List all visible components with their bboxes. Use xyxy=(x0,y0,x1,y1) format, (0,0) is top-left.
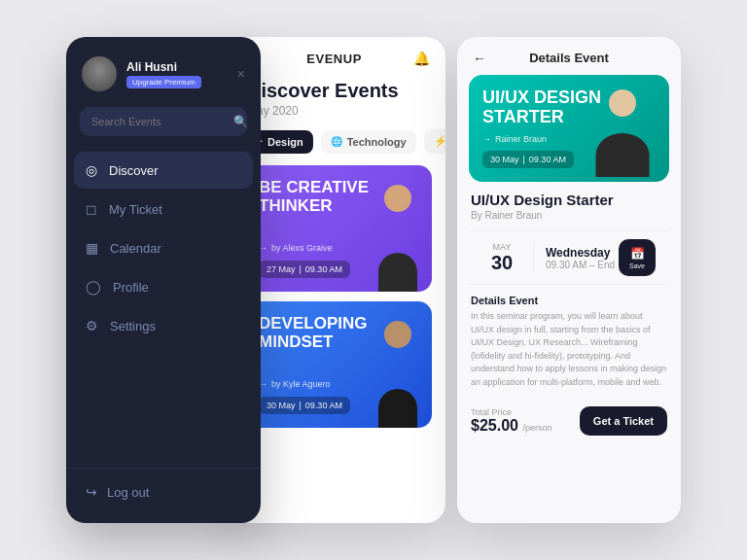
details-section: Details Event In this seminar program, y… xyxy=(457,285,681,395)
sidebar-item-settings[interactable]: ⚙ Settings xyxy=(74,307,253,344)
app-logo: EVENUP xyxy=(306,52,361,66)
event-card-date-2: 30 May | 09.30 AM xyxy=(259,397,350,414)
price-block: Total Price $25.00 /person xyxy=(471,407,551,435)
event-card-date-1: 27 May | 09.30 AM xyxy=(259,261,350,278)
hero-person-head xyxy=(609,89,636,117)
sidebar-item-discover[interactable]: ◎ Discover xyxy=(74,152,253,189)
person-head-1 xyxy=(384,185,411,212)
notification-icon[interactable]: 🔔 xyxy=(413,51,430,66)
price-value: $25.00 xyxy=(471,417,518,434)
discover-panel: ≡ EVENUP 🔔 Discover Events May 2020 ✦ De… xyxy=(231,37,445,523)
price-value-row: $25.00 /person xyxy=(471,417,551,435)
close-button[interactable]: × xyxy=(237,66,245,82)
logout-button[interactable]: ↪ Log out xyxy=(66,468,261,523)
sidebar-item-calendar-label: Calendar xyxy=(110,241,161,256)
sidebar-item-discover-label: Discover xyxy=(109,163,159,178)
search-bar[interactable]: 🔍 xyxy=(80,107,247,136)
details-event-title: UI/UX Design Starter xyxy=(457,192,681,208)
logout-icon: ↪ xyxy=(86,484,97,500)
hero-date: 30 May | 09.30 AM xyxy=(482,151,574,168)
search-input[interactable] xyxy=(91,116,226,127)
event-cards: BE CREATIVE THINKER → by Alexs Graive 27… xyxy=(231,165,445,428)
ticket-icon: ◻ xyxy=(86,201,97,217)
price-per: /person xyxy=(522,423,551,433)
sidebar-item-profile[interactable]: ◯ Profile xyxy=(74,268,253,305)
discover-title: Discover Events xyxy=(247,80,430,101)
user-info: Ali Husni Upgrade Premium xyxy=(126,60,201,88)
sidebar-item-my-ticket-label: My Ticket xyxy=(109,202,162,217)
details-section-text: In this seminar program, you will learn … xyxy=(471,310,667,389)
details-event-by: By Rainer Braun xyxy=(457,208,681,230)
hero-person-body xyxy=(596,133,650,177)
back-button[interactable]: ← xyxy=(473,51,486,66)
save-label: Save xyxy=(629,262,645,269)
event-card-mindset[interactable]: DEVELOPING MINDSET → by Kyle Aguero 30 M… xyxy=(245,301,432,428)
technology-icon: 🌐 xyxy=(331,136,342,147)
discover-header: ≡ EVENUP 🔔 xyxy=(231,37,445,76)
sidebar-item-settings-label: Settings xyxy=(110,319,156,333)
event-person-2 xyxy=(364,301,432,428)
filter-tab-more[interactable]: ⚡ xyxy=(424,129,445,154)
filter-tabs: ✦ Design 🌐 Technology ⚡ xyxy=(231,129,445,165)
search-icon: 🔍 xyxy=(233,115,248,128)
sidebar-panel: Ali Husni Upgrade Premium × 🔍 ◎ Discover… xyxy=(66,37,261,523)
nav-items: ◎ Discover ◻ My Ticket ▦ Calendar ◯ Prof… xyxy=(66,152,261,468)
filter-tab-design-label: Design xyxy=(267,136,303,148)
profile-icon: ◯ xyxy=(86,279,101,295)
day-block: Wednesday 09.30 AM – End xyxy=(546,246,619,270)
user-name: Ali Husni xyxy=(126,60,201,74)
event-person-1 xyxy=(364,165,432,292)
settings-icon: ⚙ xyxy=(86,318,98,333)
details-date-row: May 30 Wednesday 09.30 AM – End 📅 Save xyxy=(469,230,669,285)
date-block: May 30 xyxy=(482,242,521,274)
details-header: ← Details Event xyxy=(457,37,681,75)
price-label: Total Price xyxy=(471,407,551,417)
date-month: May xyxy=(493,242,512,252)
save-icon: 📅 xyxy=(630,247,645,261)
discover-title-area: Discover Events May 2020 xyxy=(231,76,445,129)
hero-arrow-icon: → xyxy=(482,134,491,144)
save-button[interactable]: 📅 Save xyxy=(619,239,656,276)
logout-label: Log out xyxy=(107,485,149,500)
sidebar-item-my-ticket[interactable]: ◻ My Ticket xyxy=(74,191,253,228)
event-card-creative[interactable]: BE CREATIVE THINKER → by Alexs Graive 27… xyxy=(245,165,432,292)
calendar-icon: ▦ xyxy=(86,240,98,256)
details-section-title: Details Event xyxy=(471,295,667,306)
filter-tab-technology[interactable]: 🌐 Technology xyxy=(321,130,416,154)
more-icon: ⚡ xyxy=(434,135,445,148)
filter-tab-technology-label: Technology xyxy=(347,136,407,148)
sidebar-item-profile-label: Profile xyxy=(113,280,149,295)
get-ticket-button[interactable]: Get a Ticket xyxy=(580,406,667,436)
discover-subtitle: May 2020 xyxy=(247,104,430,118)
sidebar-user: Ali Husni Upgrade Premium xyxy=(82,56,201,91)
sidebar-item-calendar[interactable]: ▦ Calendar xyxy=(74,229,253,266)
details-header-title: Details Event xyxy=(529,51,609,65)
upgrade-badge[interactable]: Upgrade Premium xyxy=(126,76,201,88)
discover-icon: ◎ xyxy=(86,162,97,178)
sidebar-header: Ali Husni Upgrade Premium × xyxy=(66,37,261,107)
hero-person xyxy=(584,75,661,182)
event-hero: UI/UX DESIGN STARTER → Rainer Braun 30 M… xyxy=(469,75,669,182)
details-price-row: Total Price $25.00 /person Get a Ticket xyxy=(457,399,681,443)
day-name: Wednesday xyxy=(546,246,619,260)
person-head-2 xyxy=(384,321,411,348)
avatar xyxy=(82,56,117,91)
person-body-1 xyxy=(378,253,417,292)
date-separator xyxy=(533,243,534,272)
day-time: 09.30 AM – End xyxy=(546,260,619,270)
date-day: 30 xyxy=(491,252,513,274)
details-panel: ← Details Event UI/UX DESIGN STARTER → R… xyxy=(457,37,681,523)
person-body-2 xyxy=(378,389,417,428)
